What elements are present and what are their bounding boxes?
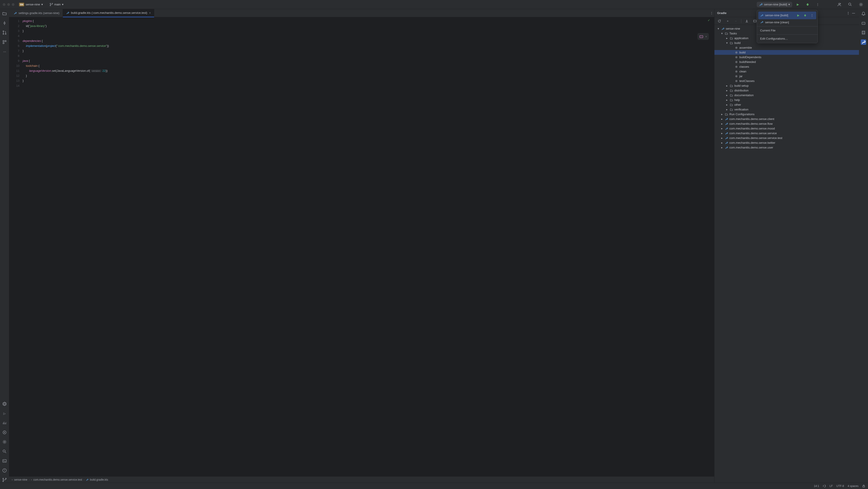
svg-rect-27 xyxy=(862,22,865,24)
gradle-module[interactable]: ▸com.mechanitis.demo.sense.mood xyxy=(714,126,859,131)
task-group[interactable]: ▸documentation xyxy=(714,93,859,97)
breadcrumb-item[interactable]: build.gradle.kts xyxy=(90,478,108,481)
debug-icon[interactable] xyxy=(803,13,808,18)
chevron-down-icon: ▾ xyxy=(788,3,790,6)
progress-icon[interactable] xyxy=(823,485,826,488)
svg-rect-32 xyxy=(863,486,865,487)
code-editor[interactable]: 1 2 3 4 5 6 7 8 9 10 11 12 13 14 plugins… xyxy=(9,17,714,476)
remove-icon: － xyxy=(733,18,738,24)
download-sources-icon[interactable] xyxy=(744,18,749,24)
tree-label: classes xyxy=(739,65,749,68)
close-window[interactable] xyxy=(3,3,5,6)
gradle-module[interactable]: ▸com.mechanitis.demo.sense.twitter xyxy=(714,140,859,145)
file-encoding[interactable]: UTF-8 xyxy=(836,485,844,488)
structure-tool-icon[interactable] xyxy=(2,39,7,45)
add-icon[interactable]: ＋ xyxy=(725,18,730,24)
gradle-task[interactable]: clean xyxy=(714,69,859,74)
code-with-me-icon[interactable] xyxy=(835,2,844,7)
breadcrumb-item[interactable]: com.mechanitis.demo.sense.service.test xyxy=(33,478,82,481)
find-tool-icon[interactable] xyxy=(2,449,7,454)
edit-configurations-label: Edit Configurations… xyxy=(760,37,788,40)
search-everywhere-icon[interactable] xyxy=(846,2,855,7)
gradle-module[interactable]: ▸com.mechanitis.demo.sense.service.test xyxy=(714,136,859,140)
gradle-tool-icon[interactable] xyxy=(861,39,866,45)
gradle-task[interactable]: testClasses xyxy=(714,79,859,83)
dependencies-tool-icon[interactable] xyxy=(2,439,7,444)
terminal-tool-icon[interactable] xyxy=(2,458,7,464)
inspection-ok-icon[interactable]: ✓ xyxy=(708,19,710,22)
cursor-position[interactable]: 14:1 xyxy=(814,485,819,488)
notifications-icon[interactable] xyxy=(861,11,866,16)
settings-icon[interactable] xyxy=(857,2,865,7)
tree-label: com.mechanitis.demo.sense.service.test xyxy=(730,136,782,140)
pull-requests-icon[interactable] xyxy=(2,30,7,35)
gradle-module[interactable]: ▸com.mechanitis.demo.sense.service xyxy=(714,131,859,136)
services-tool-icon[interactable] xyxy=(2,430,7,435)
chevron-icon: ▸ xyxy=(720,132,723,135)
database-icon[interactable] xyxy=(861,30,866,35)
debug-button[interactable] xyxy=(804,2,812,7)
more-icon[interactable]: ⋮ xyxy=(809,13,814,18)
task-group[interactable]: ▸verification xyxy=(714,107,859,112)
tab-options-icon[interactable]: ⋮ xyxy=(709,10,714,16)
project-selector[interactable]: SN sense-nine ▾ xyxy=(17,2,45,7)
gradle-task[interactable]: assemble xyxy=(714,45,859,50)
edit-configurations[interactable]: Edit Configurations… xyxy=(757,35,817,42)
line-separator[interactable]: LF xyxy=(830,485,833,488)
gradle-task[interactable]: classes xyxy=(714,64,859,69)
close-tab-icon[interactable]: × xyxy=(149,11,151,15)
chevron-right-icon: › xyxy=(29,478,30,481)
gradle-file-icon xyxy=(86,478,88,481)
ai-assistant-icon[interactable] xyxy=(861,20,866,26)
svg-point-0 xyxy=(848,3,851,5)
readonly-lock-icon[interactable] xyxy=(862,485,865,488)
gradle-task[interactable]: build xyxy=(714,50,859,55)
ai-assistant-chip[interactable]: × xyxy=(698,33,709,40)
gradle-task[interactable]: buildDependents xyxy=(714,55,859,60)
gradle-module[interactable]: ▸com.mechanitis.demo.sense.flow xyxy=(714,121,859,126)
profiler-tool-icon[interactable] xyxy=(2,420,7,426)
branch-icon xyxy=(50,3,53,6)
more-tools-icon[interactable]: ⋯ xyxy=(2,49,7,54)
run-config-option[interactable]: sense-nine [clean] xyxy=(757,19,817,25)
folder-icon xyxy=(730,84,733,87)
task-group[interactable]: ▸distribution xyxy=(714,88,859,93)
run-tool-icon[interactable]: ▷ xyxy=(2,411,7,416)
minimize-panel-icon[interactable]: — xyxy=(851,10,856,16)
task-group[interactable]: ▸help xyxy=(714,97,859,102)
gradle-task[interactable]: buildNeeded xyxy=(714,60,859,64)
tree-label: buildNeeded xyxy=(739,60,756,64)
minimize-window[interactable] xyxy=(7,3,10,6)
tree-label: help xyxy=(734,98,740,102)
task-group[interactable]: ▸other xyxy=(714,102,859,107)
editor-tab[interactable]: settings.gradle.kts (sense-nine) xyxy=(10,9,63,17)
line-number: 13 xyxy=(9,78,20,83)
close-icon[interactable]: × xyxy=(705,35,707,38)
editor-tab[interactable]: build.gradle.kts (:com.mechanitis.demo.s… xyxy=(63,9,154,17)
code-content[interactable]: plugins { id("java-library") } dependenc… xyxy=(23,17,714,476)
indent-setting[interactable]: 4 spaces xyxy=(848,485,859,488)
maximize-window[interactable] xyxy=(12,3,14,6)
panel-options-icon[interactable]: ⋮ xyxy=(845,10,851,16)
refresh-icon[interactable] xyxy=(717,18,722,24)
gradle-icon xyxy=(760,21,763,24)
gradle-module[interactable]: ▸com.mechanitis.demo.sense.client xyxy=(714,117,859,121)
project-tool-icon[interactable] xyxy=(2,11,7,16)
run-config-option[interactable]: sense-nine [build] ▶ ⋮ xyxy=(758,11,816,19)
run-configuration-selector[interactable]: sense-nine [build] ▾ sense-nine [build] … xyxy=(757,2,792,7)
git-tool-icon[interactable] xyxy=(2,477,7,483)
run-button[interactable]: ▶ xyxy=(795,2,801,7)
more-actions-button[interactable]: ⋮ xyxy=(814,2,822,7)
git-branch-selector[interactable]: main ▾ xyxy=(48,2,66,7)
svg-point-21 xyxy=(736,57,737,58)
gradle-task[interactable]: jar xyxy=(714,74,859,79)
run-icon[interactable]: ▶ xyxy=(796,13,801,18)
gradle-module[interactable]: ▸com.mechanitis.demo.sense.user xyxy=(714,145,859,150)
current-file-option[interactable]: Current File xyxy=(757,27,817,33)
build-tool-icon[interactable] xyxy=(2,401,7,407)
breadcrumb-item[interactable]: sense-nine xyxy=(14,478,27,481)
task-group[interactable]: ▸build setup xyxy=(714,83,859,88)
run-configs-folder[interactable]: ▸Run Configurations xyxy=(714,112,859,117)
commit-tool-icon[interactable] xyxy=(2,20,7,26)
problems-tool-icon[interactable] xyxy=(2,468,7,473)
